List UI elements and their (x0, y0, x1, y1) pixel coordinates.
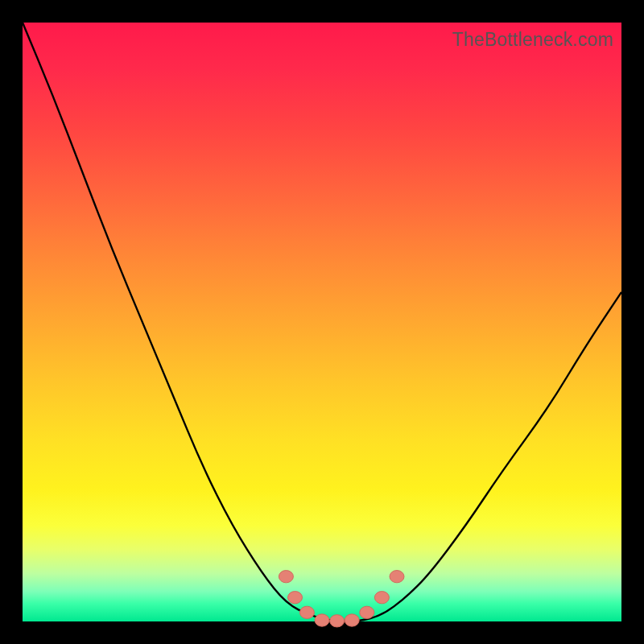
curve-layer (23, 23, 621, 621)
highlight-marker (279, 571, 293, 583)
chart-frame: TheBottleneck.com (0, 0, 644, 644)
highlight-marker (390, 571, 404, 583)
plot-area: TheBottleneck.com (23, 23, 621, 621)
highlight-marker (330, 615, 345, 627)
bottleneck-curve (23, 23, 621, 621)
highlight-marker (299, 606, 314, 618)
highlight-marker (315, 614, 329, 626)
marker-group (279, 571, 404, 627)
highlight-marker (374, 592, 389, 604)
highlight-marker (288, 592, 303, 604)
highlight-marker (345, 614, 359, 626)
highlight-marker (360, 606, 374, 618)
